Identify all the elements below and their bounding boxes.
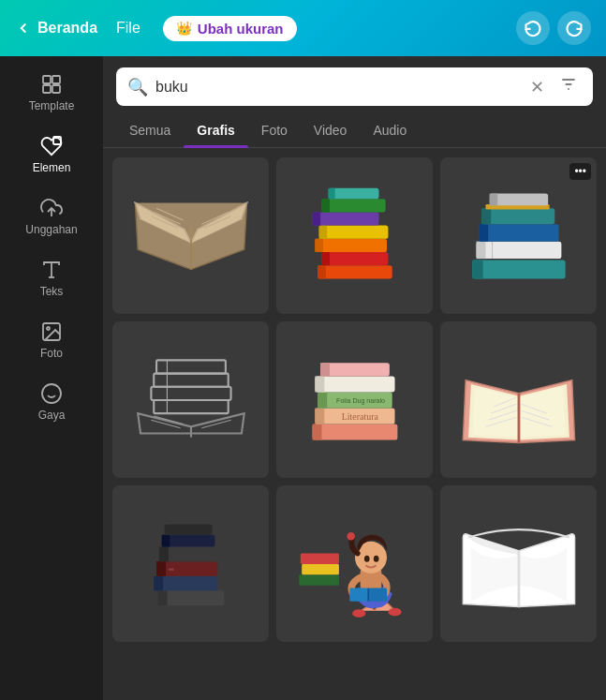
sidebar-item-elemen[interactable]: Elemen [0,126,103,184]
grid-item-4[interactable] [112,321,269,478]
svg-rect-2 [43,85,51,93]
svg-rect-65 [320,363,390,376]
redo-button[interactable] [557,11,591,45]
svg-rect-3 [52,85,60,93]
sidebar-item-template[interactable]: Template [0,64,103,122]
sidebar-item-teks[interactable]: Teks [0,249,103,307]
tab-video[interactable]: Video [301,113,361,147]
svg-rect-37 [476,241,561,258]
svg-rect-45 [489,193,547,205]
svg-rect-22 [318,265,326,278]
sidebar-label-teks: Teks [40,285,64,298]
grid-item-2[interactable] [276,157,433,314]
panel: 🔍 ✕ Semua Grafis Foto Video Audio [103,56,606,700]
grid-item-1[interactable] [112,157,269,314]
undo-button[interactable] [516,11,550,45]
resize-button[interactable]: 👑 Ubah ukuran [163,16,297,41]
svg-point-9 [47,327,50,330]
svg-rect-36 [472,260,482,278]
svg-rect-79 [156,561,166,576]
svg-rect-74 [157,590,224,605]
svg-rect-61 [318,392,327,408]
svg-rect-63 [315,376,394,392]
svg-rect-38 [476,241,485,258]
sidebar-label-elemen: Elemen [33,161,71,174]
svg-rect-86 [164,524,212,534]
svg-rect-53 [154,400,228,413]
svg-rect-93 [349,588,368,601]
grid: ••• [112,157,597,642]
svg-rect-23 [321,252,388,265]
svg-rect-26 [315,238,323,251]
grid-item-3[interactable]: ••• [440,157,597,314]
back-label: Beranda [37,20,97,37]
svg-rect-30 [312,212,320,225]
sidebar-label-foto: Foto [40,347,63,360]
svg-text:Folia Dug naralo: Folia Dug naralo [336,396,385,404]
svg-line-48 [154,416,183,424]
svg-rect-52 [151,386,230,399]
svg-rect-85 [161,534,170,546]
svg-point-91 [388,607,401,616]
grid-item-6[interactable] [440,321,597,478]
svg-rect-35 [472,260,565,278]
svg-point-99 [373,555,378,561]
svg-point-98 [363,555,369,561]
svg-rect-27 [318,225,388,238]
svg-rect-77 [154,575,163,590]
svg-rect-0 [43,76,51,83]
nav-actions [516,11,591,45]
grid-item-5[interactable]: Literatura Folia Dug naralo [276,321,433,478]
svg-rect-66 [320,363,330,376]
tab-foto[interactable]: Foto [248,113,301,147]
tabs: Semua Grafis Foto Video Audio [103,113,606,148]
sidebar: Template Elemen Unggahan Teks Foto Gaya [0,56,103,700]
svg-rect-34 [328,187,334,198]
grid-item-7[interactable] [112,485,269,642]
svg-rect-56 [312,424,321,439]
tab-semua[interactable]: Semua [116,113,184,147]
grid-area: ••• [103,148,606,700]
svg-rect-55 [312,424,397,439]
search-input[interactable] [155,79,519,96]
resize-label: Ubah ukuran [198,21,284,37]
sidebar-label-template: Template [29,99,75,112]
grid-item-9[interactable] [440,485,597,642]
svg-rect-33 [328,187,378,198]
svg-point-80 [168,568,170,571]
tab-grafis[interactable]: Grafis [184,113,247,147]
svg-rect-64 [315,376,324,392]
svg-rect-21 [318,265,392,278]
svg-rect-32 [321,199,330,212]
sidebar-item-foto[interactable]: Foto [0,311,103,369]
svg-rect-43 [481,208,491,224]
svg-rect-24 [321,252,330,265]
filter-button[interactable] [555,75,582,98]
tab-audio[interactable]: Audio [360,113,420,147]
file-button[interactable]: File [116,20,140,37]
svg-point-90 [352,609,365,618]
sidebar-item-gaya[interactable]: Gaya [0,373,103,431]
sidebar-label-unggahan: Unggahan [25,223,77,236]
svg-rect-42 [481,208,554,224]
clear-button[interactable]: ✕ [526,77,548,97]
svg-rect-31 [321,199,385,212]
top-nav: Beranda File 👑 Ubah ukuran [0,0,606,56]
svg-rect-87 [299,574,339,585]
back-button[interactable]: Beranda [15,20,97,37]
more-button[interactable]: ••• [569,163,591,180]
svg-rect-46 [489,193,497,205]
svg-rect-50 [154,373,228,386]
crown-icon: 👑 [176,21,192,36]
svg-rect-76 [154,575,217,590]
svg-rect-41 [479,224,488,241]
svg-rect-88 [302,564,339,574]
svg-rect-28 [318,225,327,238]
svg-rect-40 [479,224,558,241]
grid-item-8[interactable] [276,485,433,642]
svg-rect-29 [312,212,378,225]
svg-rect-75 [157,590,167,605]
search-area: 🔍 ✕ [103,56,606,113]
sidebar-item-unggahan[interactable]: Unggahan [0,187,103,246]
svg-text:Literatura: Literatura [341,411,378,422]
